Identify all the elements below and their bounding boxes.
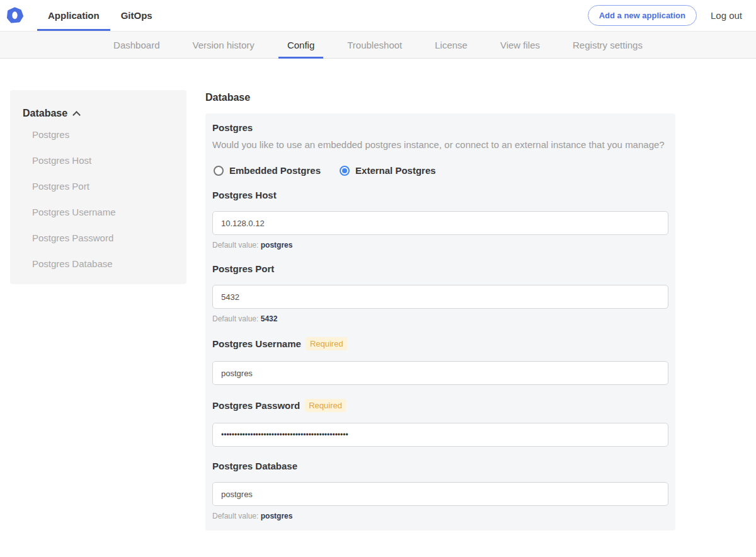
postgres-database-input[interactable] — [212, 482, 668, 506]
subnav-troubleshoot[interactable]: Troubleshoot — [331, 32, 418, 58]
add-application-button[interactable]: Add a new application — [588, 5, 697, 26]
field-label-text: Postgres Host — [212, 190, 277, 200]
sidebar-item-label: Postgres Password — [32, 233, 113, 243]
radio-option-embedded[interactable]: Embedded Postgres — [214, 165, 321, 176]
postgres-password-input[interactable] — [212, 423, 668, 447]
postgres-username-input[interactable] — [212, 361, 668, 385]
default-value: postgres — [261, 512, 293, 520]
subnav-item-label: Registry settings — [573, 40, 643, 50]
radio-icon[interactable] — [340, 166, 350, 176]
subnav-license[interactable]: License — [418, 32, 484, 58]
page-title: Database — [205, 92, 675, 103]
subnav-item-label: License — [435, 40, 467, 50]
field-default-help: Default value: postgres — [212, 241, 668, 250]
field-postgres-port: Postgres Port Default value: 5432 — [212, 263, 668, 323]
subnav-registry-settings[interactable]: Registry settings — [556, 32, 659, 58]
field-label: Postgres Password Required — [212, 399, 668, 412]
field-label-text: Postgres Username — [212, 338, 301, 349]
logout-button[interactable]: Log out — [711, 10, 742, 21]
default-prefix: Default value: — [212, 241, 258, 250]
sidebar-item-label: Postgres Port — [32, 181, 89, 192]
radio-option-label: External Postgres — [355, 165, 436, 176]
field-label-text: Postgres Password — [212, 400, 300, 411]
config-group-panel: Postgres Would you like to use an embedd… — [205, 113, 675, 531]
radio-option-external[interactable]: External Postgres — [340, 165, 436, 176]
tab-gitops[interactable]: GitOps — [110, 0, 163, 31]
subnav-item-label: Troubleshoot — [347, 40, 402, 50]
top-tabs: Application GitOps — [37, 0, 163, 31]
config-sidebar: Database Postgres Postgres Host Postgres… — [10, 90, 186, 284]
chevron-up-icon — [72, 111, 81, 119]
sidebar-item-postgres[interactable]: Postgres — [16, 123, 180, 146]
field-label-text: Postgres Database — [212, 461, 297, 471]
tab-application[interactable]: Application — [37, 0, 110, 31]
field-postgres-password: Postgres Password Required — [212, 399, 668, 447]
default-prefix: Default value: — [212, 512, 258, 520]
sidebar-item-postgres-username[interactable]: Postgres Username — [16, 200, 180, 224]
required-badge: Required — [305, 399, 346, 412]
field-postgres-host: Postgres Host Default value: postgres — [212, 190, 668, 250]
subnav-item-label: Dashboard — [113, 40, 159, 50]
subnav-config[interactable]: Config — [271, 32, 331, 58]
field-label: Postgres Host — [212, 190, 668, 200]
radio-option-label: Embedded Postgres — [229, 165, 321, 176]
field-postgres: Postgres Would you like to use an embedd… — [212, 122, 668, 176]
subnav-item-label: View files — [500, 40, 540, 50]
sidebar-item-label: Postgres — [32, 129, 69, 140]
kots-logo-icon — [6, 7, 23, 24]
default-prefix: Default value: — [212, 314, 258, 323]
top-tab-label: Application — [48, 10, 100, 21]
field-label: Postgres Username Required — [212, 337, 668, 350]
sidebar-item-postgres-password[interactable]: Postgres Password — [16, 226, 180, 250]
field-default-help: Default value: 5432 — [212, 314, 668, 323]
field-label-text: Postgres Port — [212, 263, 274, 274]
sidebar-item-label: Postgres Host — [32, 155, 91, 166]
top-tab-label: GitOps — [121, 10, 152, 21]
postgres-host-input[interactable] — [212, 211, 668, 235]
sidebar-item-label: Postgres Username — [32, 207, 116, 217]
field-postgres-username: Postgres Username Required — [212, 337, 668, 385]
subnav-view-files[interactable]: View files — [484, 32, 556, 58]
subnav-version-history[interactable]: Version history — [176, 32, 270, 58]
field-label: Postgres Port — [212, 263, 668, 274]
sidebar-group-database[interactable]: Database — [16, 108, 180, 119]
radio-icon[interactable] — [214, 166, 224, 176]
radio-group: Embedded Postgres External Postgres — [214, 165, 668, 176]
required-badge: Required — [306, 337, 347, 350]
default-value: 5432 — [261, 314, 278, 323]
sidebar-item-label: Postgres Database — [32, 258, 113, 269]
config-main: Database Postgres Would you like to use … — [205, 90, 675, 557]
postgres-port-input[interactable] — [212, 285, 668, 309]
sidebar-item-postgres-host[interactable]: Postgres Host — [16, 149, 180, 172]
default-value: postgres — [261, 241, 293, 250]
sidebar-item-postgres-port[interactable]: Postgres Port — [16, 175, 180, 198]
field-description: Would you like to use an embedded postgr… — [212, 139, 668, 151]
top-nav: Application GitOps Add a new application… — [0, 0, 756, 31]
subnav-item-label: Version history — [192, 40, 254, 50]
field-label: Postgres Database — [212, 461, 668, 471]
sub-nav: Dashboard Version history Config Trouble… — [0, 31, 756, 59]
sidebar-item-postgres-database[interactable]: Postgres Database — [16, 252, 180, 275]
field-default-help: Default value: postgres — [212, 512, 668, 520]
sidebar-group-label: Database — [23, 108, 67, 119]
field-label-text: Postgres — [212, 122, 253, 133]
config-content: Database Postgres Postgres Host Postgres… — [10, 90, 756, 557]
subnav-item-label: Config — [287, 40, 314, 50]
field-postgres-database: Postgres Database Default value: postgre… — [212, 461, 668, 520]
subnav-dashboard[interactable]: Dashboard — [97, 32, 176, 58]
field-label: Postgres — [212, 122, 668, 133]
